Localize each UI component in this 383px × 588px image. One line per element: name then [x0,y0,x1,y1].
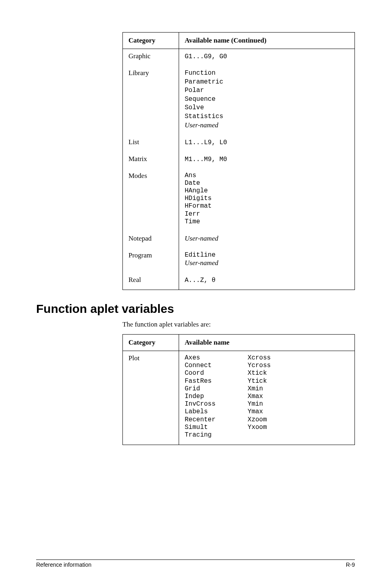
table1-row-content: Function Parametric Polar Sequence Solve… [179,66,355,135]
table2-header-available: Available name [179,335,355,351]
table2-row-category: Plot [123,351,179,445]
table1: Category Available name (Continued) Grap… [122,32,355,290]
table2-container: Category Available name Plot Axes Connec… [122,334,355,445]
table2: Category Available name Plot Axes Connec… [122,334,355,445]
table1-row-category: Library [123,66,179,135]
table1-row-content: Ans Date HAngle HDigits HFormat Ierr Tim… [179,169,355,231]
table2-row-content: Axes Connect Coord FastRes Grid Indep In… [179,351,355,445]
table1-row-category: List [123,135,179,152]
section-heading: Function aplet variables [36,302,355,316]
table1-row-content: User-named [179,231,355,248]
table1-row-content: M1...M9, M0 [179,152,355,169]
footer-left: Reference information [36,561,92,568]
table1-row-category: Modes [123,169,179,231]
table1-row-category: Notepad [123,231,179,248]
table1-row-content: G1...G9, G0 [179,49,355,66]
table2-header-category: Category [123,335,179,351]
footer-right: R-9 [346,561,355,568]
table1-row-category: Graphic [123,49,179,66]
intro-text: The function aplet variables are: [122,321,355,329]
table1-row-category: Program [123,248,179,273]
table1-row-category: Real [123,273,179,290]
table1-row-content: Editline User-named [179,248,355,273]
table1-row-content: L1...L9, L0 [179,135,355,152]
page-footer: Reference information R-9 [36,559,355,568]
table1-header-category: Category [123,33,179,49]
table1-row-content: A...Z, θ [179,273,355,290]
table1-container: Category Available name (Continued) Grap… [122,32,355,290]
table1-row-category: Matrix [123,152,179,169]
table1-header-available: Available name (Continued) [179,33,355,49]
